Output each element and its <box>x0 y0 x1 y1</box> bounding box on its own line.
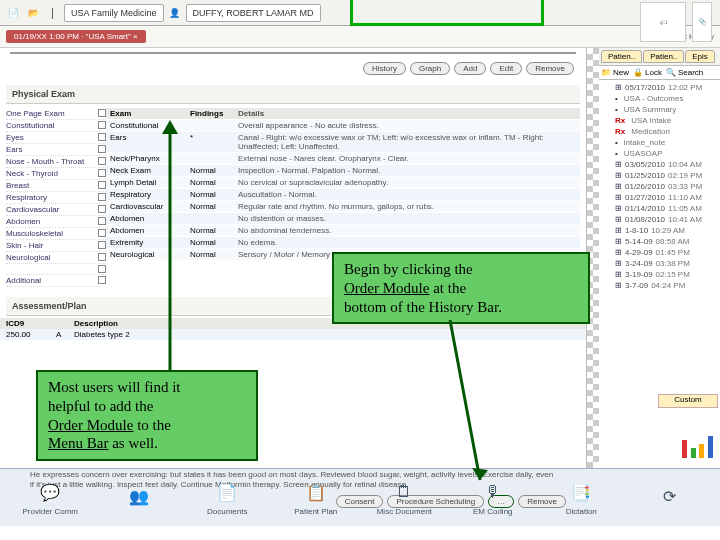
physical-exam-header: Physical Exam <box>6 85 580 104</box>
history-bar-item[interactable]: 📄Documents <box>195 479 259 516</box>
exam-row[interactable]: Ears*Canal - Right: w/o excessive wax or… <box>106 132 580 152</box>
exam-row[interactable]: Neck/PharynxExternal nose - Nares clear.… <box>106 153 580 164</box>
exam-row[interactable]: Lymph DetailNormalNo cervical or supracl… <box>106 177 580 188</box>
exam-category-item[interactable]: Cardiovascular <box>6 204 106 216</box>
tree-node[interactable]: • USA Summary <box>605 104 718 115</box>
remove-button[interactable]: Remove <box>526 62 574 75</box>
history-bar-item[interactable]: ⟳ <box>638 484 702 512</box>
tree-node[interactable]: ⊞ 01/27/2010 11:10 AM <box>605 192 718 203</box>
exam-row[interactable]: CardiovascularNormalRegular rate and rhy… <box>106 201 580 212</box>
exam-category-item[interactable]: One Page Exam <box>6 108 106 120</box>
exam-category-item[interactable]: Respiratory <box>6 192 106 204</box>
tree-node[interactable]: ⊞ 5-14-09 08:58 AM <box>605 236 718 247</box>
menu-bar-highlight <box>350 0 544 26</box>
history-bar-item[interactable]: 💬Provider Comm <box>18 479 82 516</box>
exam-row[interactable]: ConstitutionalOverall appearance - No ac… <box>106 120 580 131</box>
exam-category-item[interactable]: Skin - Hair <box>6 240 106 252</box>
right-panel: Patien.. Patien.. Epis 📁New 🔒Lock 🔍Searc… <box>586 48 720 468</box>
history-bar-item[interactable]: 📋Patient Plan <box>284 479 348 516</box>
search-box[interactable] <box>10 52 576 54</box>
col-findings: Findings <box>186 108 234 119</box>
exam-category-item[interactable]: Abdomen <box>6 216 106 228</box>
exam-row[interactable]: AbdomenNo distention or masses. <box>106 213 580 224</box>
tree-node[interactable]: ⊞ 03/05/2010 10:04 AM <box>605 159 718 170</box>
tree-node[interactable]: ⊞ 1-8-10 10:29 AM <box>605 225 718 236</box>
col-exam: Exam <box>106 108 186 119</box>
tree-node[interactable]: ⊞ 01/25/2010 02:19 PM <box>605 170 718 181</box>
new-folder[interactable]: 📁New <box>601 68 629 77</box>
tree-node[interactable]: ⊞ 01/08/2010 10:41 AM <box>605 214 718 225</box>
encounter-tab-row: 01/19/XX 1:00 PM · "USA Smart" × Patient… <box>0 26 720 48</box>
tree-node[interactable]: ⊞ 3-19-09 02:15 PM <box>605 269 718 280</box>
exam-category-item[interactable]: Ears <box>6 144 106 156</box>
search-folder[interactable]: 🔍Search <box>666 68 703 77</box>
exam-category-item[interactable]: Neck - Thyroid <box>6 168 106 180</box>
callout-order-module: Begin by clicking the Order Module at th… <box>332 252 590 324</box>
exam-category-item[interactable]: Musculoskeletal <box>6 228 106 240</box>
tree-node[interactable]: ⊞ 05/17/2010 12:02 PM <box>605 82 718 93</box>
tree-node[interactable]: ⊞ 01/14/2010 11:05 AM <box>605 203 718 214</box>
tree-node[interactable]: • USA - Outcomes <box>605 93 718 104</box>
ap-desc: Diabetes type 2 <box>74 330 580 339</box>
tree-node[interactable]: ⊞ 3-7-09 04:24 PM <box>605 280 718 291</box>
mini-bar-chart <box>682 436 714 460</box>
exam-category-list: One Page ExamConstitutionalEyesEarsNose … <box>6 108 106 287</box>
ap-col-blank <box>56 319 74 328</box>
right-folder-bar: 📁New 🔒Lock 🔍Search <box>587 66 720 80</box>
graph-button[interactable]: Graph <box>410 62 450 75</box>
lock-folder[interactable]: 🔒Lock <box>633 68 662 77</box>
custom-dropdown[interactable]: Custom <box>658 394 718 408</box>
exam-category-item[interactable]: Additional <box>6 275 106 287</box>
ap-icd9: 250.00 <box>6 330 56 339</box>
extra-toolbar-icons: 🏷 📎 <box>640 2 712 42</box>
history-button[interactable]: History <box>363 62 406 75</box>
tree-node[interactable]: • intake_note <box>605 137 718 148</box>
tree-node[interactable]: • USASOAP <box>605 148 718 159</box>
ap-row[interactable]: 250.00 A Diabetes type 2 <box>0 329 586 340</box>
exam-category-item[interactable]: Breast <box>6 180 106 192</box>
history-bar-item[interactable]: 👥 <box>107 484 171 512</box>
tool-icon[interactable]: 🏷 <box>640 2 686 42</box>
tree-node[interactable]: ⊞ 3-24-09 03:38 PM <box>605 258 718 269</box>
exam-row[interactable]: AbdomenNormalNo abdominal tenderness. <box>106 225 580 236</box>
practice-tab[interactable]: USA Family Medicine <box>64 4 164 22</box>
edit-button[interactable]: Edit <box>490 62 522 75</box>
ap-col-icd9: ICD9 <box>6 319 56 328</box>
new-icon[interactable]: 📄 <box>4 4 22 22</box>
tree-node[interactable]: Rx Medication <box>605 126 718 137</box>
history-bar-item[interactable]: 📑Dictation <box>549 479 613 516</box>
open-icon[interactable]: 📂 <box>24 4 42 22</box>
tab-patient1[interactable]: Patien.. <box>601 50 642 63</box>
tab-epis[interactable]: Epis <box>685 50 715 63</box>
exam-category-item[interactable]: Nose - Mouth - Throat <box>6 156 106 168</box>
exam-row[interactable]: RespiratoryNormalAuscultation - Normal. <box>106 189 580 200</box>
history-bar-item[interactable]: 🗒Misc Document <box>372 479 436 516</box>
exam-row[interactable]: ExtremityNormalNo edema. <box>106 237 580 248</box>
col-details: Details <box>234 108 580 119</box>
encounter-tab[interactable]: 01/19/XX 1:00 PM · "USA Smart" × <box>6 30 146 43</box>
exam-category-item[interactable]: Eyes <box>6 132 106 144</box>
exam-row[interactable]: Neck ExamNormalInspection - Normal. Palp… <box>106 165 580 176</box>
tree-node[interactable]: ⊞ 4-29-09 01:45 PM <box>605 247 718 258</box>
exam-category-item[interactable]: Constitutional <box>6 120 106 132</box>
section-toolbar: History Graph Add Edit Remove <box>0 58 586 79</box>
provider-tab[interactable]: DUFFY, ROBERT LAMAR MD <box>186 4 321 22</box>
tab-patient2[interactable]: Patien.. <box>643 50 684 63</box>
tree-node[interactable]: ⊞ 01/26/2010 03:33 PM <box>605 181 718 192</box>
tool-icon[interactable]: 📎 <box>692 2 712 42</box>
sep-icon: │ <box>44 4 62 22</box>
history-bar-item[interactable]: 🎙EM Coding <box>461 479 525 516</box>
ap-letter: A <box>56 330 74 339</box>
add-button[interactable]: Add <box>454 62 486 75</box>
exam-category-item[interactable]: Neurological <box>6 252 106 264</box>
right-tabs: Patien.. Patien.. Epis <box>587 48 720 66</box>
exam-category-item[interactable] <box>6 264 106 275</box>
encounter-tree: ⊞ 05/17/2010 12:02 PM• USA - Outcomes• U… <box>587 80 720 293</box>
tree-node[interactable]: Rx USA Intake <box>605 115 718 126</box>
user-icon: 👤 <box>166 4 184 22</box>
callout-menu-bar: Most users will find it helpful to add t… <box>36 370 258 461</box>
